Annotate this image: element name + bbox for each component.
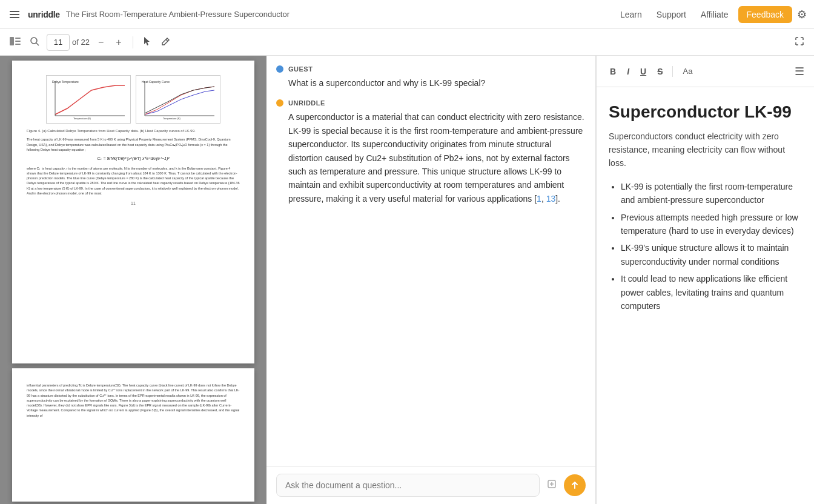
navbar: unriddle The First Room-Temperature Ambi… [0,0,814,29]
cursor-tool-icon[interactable] [141,33,154,51]
expand-icon[interactable] [792,34,807,50]
pdf-page-12-content: influential parameters of predicting Tc … [27,383,240,418]
underline-button[interactable]: U [637,64,650,79]
svg-text:Debye Temperature: Debye Temperature [52,80,79,84]
svg-text:Temperature (K): Temperature (K) [73,117,91,120]
figure-4a: Debye Temperature Temperature (K) [46,75,131,124]
toolbar-divider [133,36,133,48]
guest-message: GUEST What is a superconductor and why i… [276,65,586,90]
pdf-body-1: The heat capacity of LK-99 was measured … [27,137,240,152]
toolbar: 11 of 22 − + [0,29,814,56]
pdf-page-12: influential parameters of predicting Tc … [12,368,254,502]
pdf-viewer[interactable]: Debye Temperature Temperature (K) Heat C… [0,56,266,504]
chat-send-button[interactable] [564,474,586,496]
guest-message-header: GUEST [276,65,586,73]
unriddle-avatar [276,99,283,107]
pdf-page-content: Debye Temperature Temperature (K) Heat C… [27,75,240,207]
notes-bullet-list: LK-99 is potentially the first room-temp… [609,180,802,313]
format-divider [672,66,673,77]
pdf-page-11: Debye Temperature Temperature (K) Heat C… [12,61,254,363]
svg-text:Temperature (K): Temperature (K) [163,117,181,120]
chat-attach-button[interactable] [544,477,559,494]
svg-rect-2 [15,41,21,42]
page-number-label: 11 [27,201,240,207]
guest-avatar [276,65,283,73]
settings-icon[interactable]: ⚙ [797,8,807,21]
pdf-body-2: where Cᵥ is heat capacity, r is the numb… [27,166,240,196]
search-icon[interactable] [28,35,42,50]
affiliate-nav-link[interactable]: Affiliate [696,7,733,22]
unriddle-sender-label: UNRIDDLE [288,99,325,107]
font-button[interactable]: Aa [679,64,696,78]
figure-area: Debye Temperature Temperature (K) Heat C… [27,75,240,124]
svg-line-5 [36,43,39,45]
svg-rect-0 [10,37,14,45]
math-formula: Cᵥ = 9rNk(T/θ)³ ∫₀^(θ/T) x⁴eˣdx/(eˣ−1)² [27,156,240,162]
notes-bullet-3: LK-99's unique structure allows it to ma… [621,241,802,268]
citation-13-link[interactable]: 13 [546,194,556,204]
sidebar-toggle-icon[interactable] [7,35,23,50]
guest-message-text: What is a superconductor and why is LK-9… [276,76,586,90]
svg-rect-1 [15,38,21,39]
main-area: Debye Temperature Temperature (K) Heat C… [0,56,814,504]
notes-bullet-2: Previous attempts needed high pressure o… [621,211,802,238]
annotate-tool-icon[interactable] [159,35,173,50]
citation-1-link[interactable]: 1 [537,194,541,204]
chat-messages: GUEST What is a superconductor and why i… [266,56,595,466]
svg-text:Heat Capacity Curve: Heat Capacity Curve [142,80,170,84]
guest-sender-label: GUEST [288,65,313,73]
notes-menu-button[interactable]: ☰ [795,65,804,78]
notes-title: Superconductor LK-99 [609,102,802,122]
figure-4b: Heat Capacity Curve Temperature (K) [136,75,220,124]
figure-caption: Figure 4. (a) Calculated Debye Temperatu… [27,128,240,133]
svg-line-6 [166,39,168,41]
notes-subtitle: Superconductors conduct electricity with… [609,130,802,170]
feedback-button[interactable]: Feedback [738,6,792,23]
zoom-in-button[interactable]: + [112,36,125,49]
svg-point-4 [31,38,37,44]
strikethrough-button[interactable]: S [654,64,666,79]
italic-button[interactable]: I [623,64,633,79]
notes-toolbar: B I U S Aa ☰ [597,56,814,87]
hamburger-menu-icon[interactable] [7,8,22,21]
page-total: of 22 [72,38,90,47]
document-title: The First Room-Temperature Ambient-Press… [66,10,290,19]
pdf-page-12-body: influential parameters of predicting Tc … [27,383,240,418]
unriddle-message-text: A superconductor is a material that can … [276,110,586,205]
toolbar-left: 11 of 22 − + [7,33,173,51]
navbar-right: Learn Support Affiliate Feedback ⚙ [615,6,807,23]
notes-panel: B I U S Aa ☰ Superconductor LK-99 Superc… [596,56,814,504]
support-nav-link[interactable]: Support [652,7,691,22]
navbar-left: unriddle The First Room-Temperature Ambi… [7,8,290,21]
chat-panel: GUEST What is a superconductor and why i… [266,56,596,504]
learn-nav-link[interactable]: Learn [615,7,647,22]
unriddle-message: UNRIDDLE A superconductor is a material … [276,99,586,205]
bold-button[interactable]: B [606,64,620,79]
notes-content: Superconductor LK-99 Superconductors con… [597,87,814,504]
chat-input-area [266,466,595,504]
svg-rect-3 [15,44,21,45]
page-navigation: 11 of 22 [47,34,90,51]
notes-bullet-1: LK-99 is potentially the first room-temp… [621,180,802,207]
chat-input[interactable] [276,474,540,497]
unriddle-message-header: UNRIDDLE [276,99,586,107]
brand-logo: unriddle [28,10,60,19]
zoom-out-button[interactable]: − [94,36,107,49]
notes-bullet-4: It could lead to new applications like e… [621,272,802,313]
page-number-input[interactable]: 11 [47,34,70,51]
